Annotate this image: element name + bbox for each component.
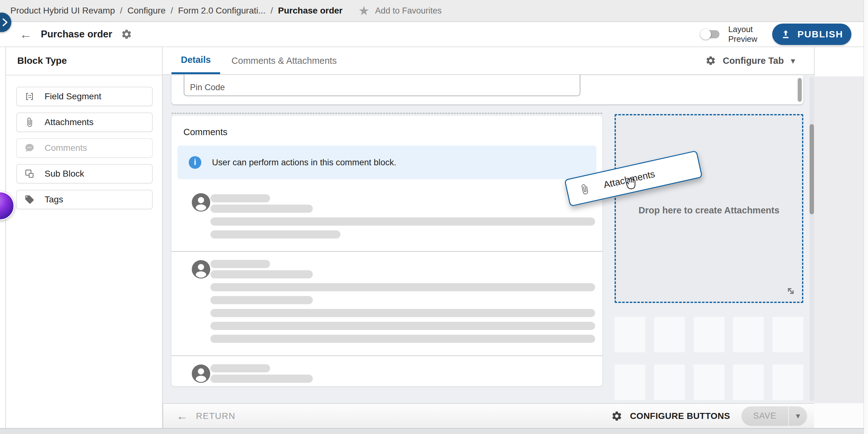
sidebar-title: Block Type xyxy=(6,47,162,76)
save-dropdown-button[interactable]: ▾ xyxy=(789,406,807,426)
paperclip-icon xyxy=(25,117,35,127)
breadcrumb-item-configure[interactable]: Configure xyxy=(127,6,165,16)
toggle-knob[interactable] xyxy=(700,29,711,39)
comments-block-title: Comments xyxy=(183,127,602,137)
info-banner-text: User can perform actions in this comment… xyxy=(212,157,396,168)
placeholder-grid-row xyxy=(615,317,803,352)
skeleton-bar xyxy=(210,309,595,317)
add-to-favourites-label[interactable]: Add to Favourites xyxy=(375,6,442,16)
block-item-label: Attachments xyxy=(44,117,94,127)
breadcrumb-item-form-config[interactable]: Form 2.0 Configurati... xyxy=(178,6,266,16)
publish-label: PUBLISH xyxy=(797,29,843,39)
header-bar: ← Purchase order Layout Preview PUBLISH xyxy=(0,22,868,47)
drop-insert-indicator xyxy=(172,113,602,114)
placeholder-square xyxy=(654,317,685,352)
breadcrumb-separator: / xyxy=(120,6,122,16)
star-icon[interactable]: ★ xyxy=(358,4,370,17)
configure-tab-button[interactable]: Configure Tab ▾ xyxy=(705,47,795,74)
skeleton-bar xyxy=(210,296,313,304)
info-banner: i User can perform actions in this comme… xyxy=(178,145,596,179)
configure-tab-label: Configure Tab xyxy=(723,56,784,66)
attachments-drop-zone[interactable]: Drop here to create Attachments xyxy=(615,114,803,303)
field-segment-icon xyxy=(25,91,35,102)
placeholder-square xyxy=(615,365,645,400)
breadcrumb-separator: / xyxy=(271,6,273,16)
block-type-list: Field Segment Attachments Comments Sub B… xyxy=(6,76,162,209)
avatar xyxy=(191,192,211,212)
footer-right: CONFIGURE BUTTONS SAVE ▾ xyxy=(611,406,807,426)
gear-icon xyxy=(705,55,716,66)
block-type-sidebar: Block Type Field Segment Attachments Com… xyxy=(5,47,163,428)
placeholder-square xyxy=(733,365,764,400)
header-left: ← Purchase order xyxy=(0,28,132,40)
comment-skeleton-row xyxy=(172,185,602,251)
footer-action-bar: ← RETURN CONFIGURE BUTTONS SAVE ▾ xyxy=(163,403,814,428)
app-window: Product Hybrid UI Revamp / Configure / F… xyxy=(0,0,868,434)
placeholder-square xyxy=(694,365,724,400)
upload-icon xyxy=(780,29,791,39)
tag-icon xyxy=(25,195,35,205)
comment-skeleton-list xyxy=(172,185,602,386)
tab-details[interactable]: Details xyxy=(172,47,220,74)
return-button[interactable]: ← RETURN xyxy=(177,410,236,422)
back-arrow-icon[interactable]: ← xyxy=(20,28,32,40)
paperclip-icon xyxy=(578,182,591,196)
right-gutter-canvas xyxy=(814,76,864,403)
sub-block-icon xyxy=(25,169,35,179)
form-canvas: Comments i User can perform actions in t… xyxy=(163,75,814,403)
placeholder-square xyxy=(694,317,724,352)
placeholder-square xyxy=(615,317,645,352)
block-item-label: Tags xyxy=(44,195,63,205)
avatar xyxy=(191,259,211,279)
window-bottom-edge xyxy=(0,428,868,434)
tab-comments-attachments[interactable]: Comments & Attachments xyxy=(222,47,346,74)
add-to-favourites[interactable]: ★ Add to Favourites xyxy=(358,4,441,17)
skeleton-bar xyxy=(210,322,595,330)
card-scrollbar-thumb[interactable] xyxy=(798,78,802,102)
skeleton-bar xyxy=(210,270,313,279)
block-item-label: Sub Block xyxy=(44,169,84,179)
right-canvas-gutter xyxy=(814,47,864,434)
chevron-right-icon xyxy=(1,18,9,27)
block-item-tags[interactable]: Tags xyxy=(16,190,153,209)
skeleton-bar xyxy=(210,364,270,372)
skeleton-bar xyxy=(210,218,595,226)
skeleton-bar xyxy=(210,194,270,202)
canvas-scrollbar-thumb[interactable] xyxy=(810,124,814,214)
publish-button[interactable]: PUBLISH xyxy=(772,24,851,45)
right-gutter-top xyxy=(814,47,864,76)
browser-scrollbar[interactable] xyxy=(864,0,868,434)
block-item-sub-block[interactable]: Sub Block xyxy=(16,164,153,183)
resize-handle-icon[interactable] xyxy=(784,285,797,297)
placeholder-square xyxy=(773,317,803,352)
avatar xyxy=(191,364,211,384)
block-item-field-segment[interactable]: Field Segment xyxy=(16,87,153,106)
form-settings-gear-icon[interactable] xyxy=(121,29,132,40)
save-split-button: SAVE ▾ xyxy=(741,406,807,426)
skeleton-bar xyxy=(210,335,595,343)
return-label: RETURN xyxy=(196,411,236,421)
placeholder-square xyxy=(773,365,803,400)
comment-skeleton-row xyxy=(172,251,602,355)
header-right: Layout Preview PUBLISH xyxy=(701,24,868,45)
configure-buttons-label: CONFIGURE BUTTONS xyxy=(630,411,730,421)
save-button[interactable]: SAVE xyxy=(741,406,788,426)
comments-block-card[interactable]: Comments i User can perform actions in t… xyxy=(172,116,602,386)
back-arrow-icon: ← xyxy=(177,410,188,422)
comment-bubble-icon xyxy=(25,143,35,153)
canvas-scrollbar-track[interactable] xyxy=(810,77,814,401)
block-item-label: Comments xyxy=(44,143,87,153)
form-canvas-region: Details Comments & Attachments Configure… xyxy=(163,47,814,434)
skeleton-bar xyxy=(210,260,270,268)
drop-zone-label: Drop here to create Attachments xyxy=(616,205,802,215)
block-item-attachments[interactable]: Attachments xyxy=(16,113,153,132)
block-item-comments: Comments xyxy=(16,138,153,158)
configure-buttons-button[interactable]: CONFIGURE BUTTONS xyxy=(611,410,730,422)
layout-preview-label: Layout Preview xyxy=(728,25,764,44)
skeleton-bar xyxy=(210,283,595,291)
placeholder-grid-row xyxy=(615,365,803,400)
layout-preview-toggle[interactable] xyxy=(701,30,719,38)
breadcrumb-item-project[interactable]: Product Hybrid UI Revamp xyxy=(10,6,115,16)
pin-code-field[interactable] xyxy=(184,75,580,96)
field-segment-card xyxy=(172,76,803,104)
